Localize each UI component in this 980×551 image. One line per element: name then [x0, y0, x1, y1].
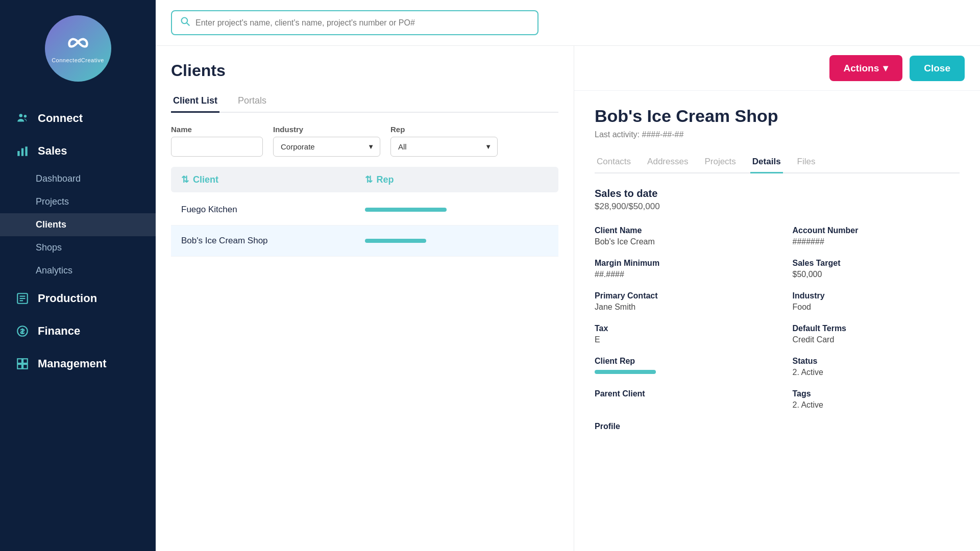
field-client-name: Client Name Bob's Ice Cream [595, 226, 762, 246]
rep-bar-fuego [365, 208, 549, 212]
svg-point-0 [19, 114, 23, 117]
field-tags: Tags 2. Active [793, 389, 960, 410]
field-sales-target-label: Sales Target [793, 259, 960, 268]
actions-label: Actions [844, 63, 879, 74]
field-primary-contact-label: Primary Contact [595, 291, 762, 300]
sidebar-item-clients[interactable]: Clients [0, 213, 156, 236]
col-client-label: Client [193, 174, 218, 185]
sidebar-item-production[interactable]: Production [0, 282, 156, 315]
sales-to-date-value: $28,900/$50,000 [595, 202, 960, 212]
sort-icon-client: ⇅ [181, 174, 189, 185]
detail-tab-projects[interactable]: Projects [702, 152, 738, 173]
production-label: Production [38, 292, 97, 305]
sidebar-item-sales[interactable]: Sales [0, 135, 156, 167]
field-client-rep: Client Rep [595, 357, 762, 377]
sidebar-item-analytics[interactable]: Analytics [0, 259, 156, 282]
clients-area: Clients Client List Portals Name Industr… [156, 46, 980, 551]
rep-select[interactable]: All [390, 137, 498, 157]
field-default-terms-value: Credit Card [793, 335, 960, 344]
field-industry-value: Food [793, 303, 960, 312]
field-tags-value: 2. Active [793, 400, 960, 410]
last-activity-label: Last activity: [595, 130, 640, 139]
industry-label: Industry [273, 125, 380, 134]
logo-circle: ConnectedCreative [45, 15, 111, 82]
field-industry: Industry Food [793, 291, 960, 312]
search-bar-area [156, 0, 980, 46]
dollar-circle-icon [15, 324, 30, 338]
rep-bar-fill-bobs [365, 239, 426, 243]
filter-rep: Rep All ▼ [390, 125, 498, 157]
detail-tab-contacts[interactable]: Contacts [595, 152, 633, 173]
sidebar-item-dashboard[interactable]: Dashboard [0, 167, 156, 190]
last-activity-value: ####-##-## [642, 130, 683, 139]
svg-point-15 [182, 18, 188, 24]
sidebar: ConnectedCreative Connect Sales Dashboar… [0, 0, 156, 551]
field-margin-minimum-label: Margin Minimum [595, 259, 762, 268]
main-content: Clients Client List Portals Name Industr… [156, 0, 980, 551]
name-input[interactable] [171, 137, 263, 157]
actions-button[interactable]: Actions ▾ [829, 55, 903, 81]
detail-panel: Actions ▾ Close Bob's Ice Cream Shop Las… [574, 46, 980, 551]
tab-client-list[interactable]: Client List [171, 90, 219, 113]
sidebar-item-shops[interactable]: Shops [0, 236, 156, 259]
col-rep-label: Rep [377, 174, 394, 185]
finance-label: Finance [38, 324, 80, 338]
tab-portals[interactable]: Portals [236, 90, 268, 113]
sales-to-date-label: Sales to date [595, 188, 960, 199]
sidebar-item-connect[interactable]: Connect [0, 102, 156, 135]
detail-tab-files[interactable]: Files [795, 152, 818, 173]
svg-point-1 [24, 115, 27, 117]
svg-rect-3 [21, 148, 23, 156]
detail-body: Bob's Ice Cream Shop Last activity: ####… [574, 91, 980, 448]
logo-text: ConnectedCreative [52, 57, 104, 63]
rep-label: Rep [390, 125, 498, 134]
search-icon [180, 16, 190, 29]
client-name-fuego: Fuego Kitchen [181, 205, 365, 215]
name-label: Name [171, 125, 263, 134]
field-profile: Profile [595, 422, 762, 433]
clients-table: ⇅ Client ⇅ Rep Fuego Kitchen [171, 167, 558, 551]
table-header: ⇅ Client ⇅ Rep [171, 167, 558, 192]
field-tax: Tax E [595, 324, 762, 344]
field-sales-target-value: $50,000 [793, 270, 960, 279]
detail-tab-addresses[interactable]: Addresses [645, 152, 690, 173]
checklist-icon [15, 291, 30, 306]
table-row[interactable]: Fuego Kitchen [171, 194, 558, 226]
search-input[interactable] [195, 18, 529, 28]
sidebar-item-projects[interactable]: Projects [0, 190, 156, 213]
clients-title: Clients [171, 61, 558, 80]
field-tax-label: Tax [595, 324, 762, 333]
connect-label: Connect [38, 112, 83, 125]
detail-tab-details[interactable]: Details [750, 152, 783, 173]
rep-select-wrap: All ▼ [390, 137, 498, 157]
sales-label: Sales [38, 144, 67, 158]
logo-area: ConnectedCreative [0, 0, 156, 97]
client-name-bobs: Bob's Ice Cream Shop [181, 236, 365, 246]
sales-to-date-section: Sales to date $28,900/$50,000 [595, 188, 960, 212]
svg-rect-13 [17, 364, 22, 369]
sidebar-item-management[interactable]: Management [0, 347, 156, 380]
detail-header-actions: Actions ▾ Close [574, 46, 980, 91]
sidebar-item-finance[interactable]: Finance [0, 315, 156, 347]
detail-fields: Client Name Bob's Ice Cream Account Numb… [595, 226, 960, 433]
field-sales-target: Sales Target $50,000 [793, 259, 960, 279]
close-button[interactable]: Close [910, 56, 965, 81]
sidebar-nav: Connect Sales Dashboard Projects Clients… [0, 97, 156, 385]
last-activity: Last activity: ####-##-## [595, 130, 960, 139]
detail-tabs: Contacts Addresses Projects Details File… [595, 152, 960, 173]
filter-industry: Industry All Corporate Food Retail Tech … [273, 125, 380, 157]
field-account-number-value: ####### [793, 237, 960, 246]
col-header-client[interactable]: ⇅ Client [181, 174, 365, 185]
svg-rect-12 [23, 359, 28, 363]
filters-row: Name Industry All Corporate Food Retail … [171, 125, 558, 157]
svg-rect-14 [23, 364, 28, 369]
rep-bar-fill [365, 208, 447, 212]
col-header-rep[interactable]: ⇅ Rep [365, 174, 549, 185]
field-client-rep-bar [595, 370, 656, 374]
table-row[interactable]: Bob's Ice Cream Shop [171, 226, 558, 257]
svg-line-16 [187, 23, 189, 26]
field-industry-label: Industry [793, 291, 960, 300]
field-tax-value: E [595, 335, 762, 344]
logo-icon [60, 34, 96, 54]
industry-select[interactable]: All Corporate Food Retail Tech [273, 137, 380, 157]
